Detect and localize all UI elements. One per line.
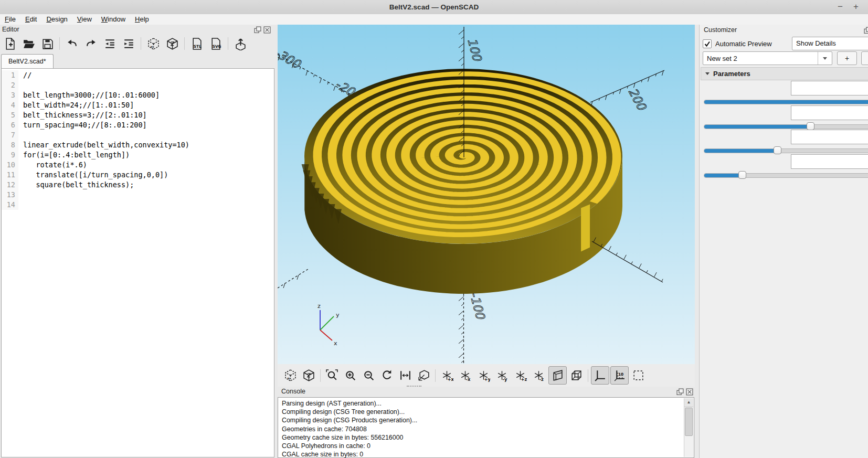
- console-scrollbar[interactable]: ▲: [684, 398, 693, 457]
- reset-view-icon: [380, 369, 394, 382]
- slider-handle[interactable]: [774, 146, 781, 154]
- menu-file[interactable]: File: [0, 14, 20, 25]
- parameter-value-field[interactable]: [791, 105, 868, 120]
- menu-help[interactable]: Help: [130, 14, 154, 25]
- show-crosshairs-icon: [632, 369, 645, 382]
- slider-handle[interactable]: [738, 171, 746, 179]
- render-button[interactable]: [164, 35, 181, 52]
- preview-button[interactable]: »: [145, 35, 162, 52]
- render-icon: [302, 369, 315, 382]
- svg-text:+x: +x: [448, 377, 453, 382]
- open-file-button[interactable]: [20, 35, 37, 52]
- title-bar: BeltV2.scad — OpenSCAD − + ✕: [0, 0, 868, 15]
- minimize-button[interactable]: −: [834, 0, 846, 14]
- automatic-preview-checkbox[interactable]: [703, 39, 712, 48]
- parameter-value-field[interactable]: [791, 130, 868, 144]
- code-text: translate([i/turn_spacing,0,0]): [18, 170, 168, 180]
- code-line: 12 square(belt_thickness);: [2, 180, 274, 190]
- redo-icon: [84, 37, 98, 50]
- preset-dropdown[interactable]: New set 2: [703, 51, 832, 65]
- redo-button[interactable]: [82, 35, 99, 52]
- svg-text:SVG: SVG: [212, 44, 221, 48]
- scroll-up-icon[interactable]: ▲: [684, 398, 693, 407]
- console-float-icon[interactable]: [676, 388, 684, 395]
- new-file-button[interactable]: [1, 35, 18, 52]
- perspective-button[interactable]: [548, 366, 567, 385]
- unindent-button[interactable]: [101, 35, 118, 52]
- console-close-icon[interactable]: [686, 388, 693, 395]
- parameter-slider[interactable]: [704, 124, 868, 129]
- preview-button[interactable]: »: [282, 367, 299, 384]
- save-file-icon: [41, 37, 54, 50]
- menu-design[interactable]: Design: [41, 14, 72, 25]
- tab-beltv2[interactable]: BeltV2.scad*: [1, 54, 54, 68]
- editor-close-icon[interactable]: [263, 26, 271, 33]
- maximize-button[interactable]: +: [850, 0, 862, 14]
- chevron-down-icon[interactable]: [818, 52, 832, 65]
- console-output[interactable]: Parsing design (AST generation)...Compil…: [278, 397, 694, 458]
- view-all-button[interactable]: [397, 367, 414, 384]
- customizer-float-icon[interactable]: [864, 27, 868, 34]
- view-minus-z-button[interactable]: -z: [530, 367, 547, 384]
- details-dropdown[interactable]: Show Details: [792, 37, 868, 50]
- parameter-slider[interactable]: [704, 100, 868, 104]
- line-number: 11: [2, 170, 18, 180]
- render-button[interactable]: [300, 367, 317, 384]
- parameters-section-header[interactable]: Parameters: [701, 67, 868, 80]
- collapse-triangle-icon: [705, 72, 710, 75]
- view-minus-y-button[interactable]: -y: [493, 367, 511, 384]
- preview-icon: »: [147, 37, 160, 50]
- menu-edit[interactable]: Edit: [20, 14, 41, 25]
- add-preset-button[interactable]: +: [837, 51, 857, 65]
- indent-button[interactable]: [120, 35, 137, 52]
- svg-text:»: »: [150, 44, 153, 49]
- view-plus-y-button[interactable]: +y: [475, 367, 492, 384]
- close-button[interactable]: ✕: [865, 0, 868, 14]
- scrollbar-thumb[interactable]: [685, 408, 693, 436]
- indent-icon: [122, 37, 135, 50]
- code-line: 6turn_spacing=40;//[8:.01:200]: [2, 120, 274, 130]
- menu-window[interactable]: Window: [97, 14, 130, 25]
- show-axes-button[interactable]: [591, 366, 609, 385]
- triad-x-label: x: [334, 340, 337, 347]
- viewport-canvas[interactable]: -300-200200100-100zyx: [278, 25, 695, 364]
- slider-handle[interactable]: [807, 122, 814, 130]
- view-minus-x-button[interactable]: -x: [457, 367, 474, 384]
- triad-z-label: z: [317, 303, 321, 310]
- parameter-slider[interactable]: [704, 148, 868, 153]
- code-text: belt_width=24;//[1:.01:50]: [18, 100, 134, 110]
- code-text: //: [18, 70, 31, 80]
- view-plus-x-button[interactable]: +x: [438, 367, 456, 384]
- show-scale-markers-button[interactable]: 10: [610, 366, 629, 385]
- toolbar-separator: [588, 369, 588, 382]
- code-text: for(i=[0:.4:belt_length]): [18, 150, 130, 160]
- menu-view[interactable]: View: [72, 14, 97, 25]
- zoom-out-button[interactable]: [360, 367, 377, 384]
- zoom-in-button[interactable]: [342, 367, 359, 384]
- svg-text:»: »: [287, 376, 290, 381]
- view-plus-z-button[interactable]: +z: [512, 367, 529, 384]
- remove-preset-button[interactable]: -: [861, 51, 868, 65]
- zoom-all-button[interactable]: [323, 367, 341, 384]
- console-line: Compiling design (CSG Products generatio…: [278, 416, 694, 424]
- show-crosshairs-button[interactable]: [630, 367, 647, 384]
- new-file-icon: [3, 37, 16, 50]
- parameter-value-field[interactable]: [791, 154, 868, 169]
- code-editor[interactable]: 1//23belt_length=3000;//[10:.01:6000]4be…: [1, 68, 274, 457]
- menu-bar: FileEditDesignViewWindowHelp: [0, 14, 868, 25]
- orthogonal-button[interactable]: [568, 367, 585, 384]
- show-axes-icon: [594, 369, 607, 382]
- editor-tab-bar: BeltV2.scad*: [1, 54, 274, 68]
- spiral-disc: [302, 69, 622, 294]
- reset-view-button[interactable]: [378, 367, 396, 384]
- print-3d-button[interactable]: [232, 35, 249, 52]
- diagonal-view-button[interactable]: [415, 367, 432, 384]
- export-stl-button[interactable]: STL: [188, 35, 205, 52]
- undo-button[interactable]: [63, 35, 80, 52]
- export-svg-button[interactable]: SVG: [207, 35, 224, 52]
- editor-float-icon[interactable]: [254, 26, 261, 33]
- parameter-value-field[interactable]: [791, 81, 868, 95]
- svg-text:+z: +z: [521, 377, 527, 382]
- save-file-button[interactable]: [39, 35, 56, 52]
- parameter-slider[interactable]: [704, 173, 868, 178]
